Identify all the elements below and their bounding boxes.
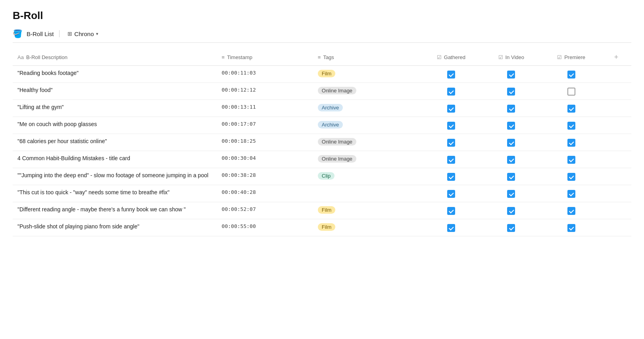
cell-description: ""Jumping into the deep end" - slow mo f… — [13, 168, 217, 185]
cell-premiere[interactable] — [541, 202, 601, 219]
cell-gathered[interactable] — [421, 151, 481, 168]
cell-gathered[interactable] — [421, 168, 481, 185]
tag-badge: Film — [318, 223, 336, 231]
checkbox-premiere[interactable] — [567, 139, 575, 147]
cell-add — [601, 66, 631, 83]
cell-description: 4 Common Habit-Building Mistakes - title… — [13, 151, 217, 168]
tag-badge: Film — [318, 70, 336, 77]
cell-invideo[interactable] — [481, 185, 541, 202]
cell-add — [601, 168, 631, 185]
checkbox-premiere[interactable] — [567, 88, 575, 96]
checkbox-premiere[interactable] — [567, 190, 575, 198]
cell-invideo[interactable] — [481, 117, 541, 134]
cell-gathered[interactable] — [421, 202, 481, 219]
view-selector-button[interactable]: ⊞ Chrono ▾ — [65, 29, 100, 38]
checkbox-premiere[interactable] — [567, 207, 575, 215]
checkbox-invideo[interactable] — [507, 105, 515, 113]
cell-premiere[interactable] — [541, 83, 601, 100]
checkbox-gathered[interactable] — [447, 122, 455, 130]
table-wrapper: Aa B-Roll Description ≡ Timestamp ≡ — [13, 49, 631, 236]
checkbox-invideo[interactable] — [507, 190, 515, 198]
broll-icon: 🪣 — [13, 29, 23, 38]
checkbox-gathered[interactable] — [447, 71, 455, 79]
col-header-timestamp: ≡ Timestamp — [217, 49, 313, 66]
cell-invideo[interactable] — [481, 219, 541, 236]
checkbox-premiere[interactable] — [567, 105, 575, 113]
table-row: "68 calories per hour statistic online"0… — [13, 134, 631, 151]
checkbox-premiere[interactable] — [567, 224, 575, 232]
checkbox-invideo[interactable] — [507, 224, 515, 232]
col-header-description: Aa B-Roll Description — [13, 49, 217, 66]
cell-invideo[interactable] — [481, 100, 541, 117]
cell-description: "Different reading angle - maybe there's… — [13, 202, 217, 219]
cell-premiere[interactable] — [541, 100, 601, 117]
checkbox-premiere[interactable] — [567, 122, 575, 130]
checkbox-gathered[interactable] — [447, 139, 455, 147]
cell-gathered[interactable] — [421, 185, 481, 202]
tags-col-label: Tags — [323, 54, 334, 60]
cell-gathered[interactable] — [421, 100, 481, 117]
checkbox-gathered[interactable] — [447, 207, 455, 215]
checkbox-invideo[interactable] — [507, 88, 515, 96]
checkbox-gathered[interactable] — [447, 156, 455, 164]
cell-premiere[interactable] — [541, 219, 601, 236]
cell-tags: Film — [313, 66, 421, 83]
checkbox-invideo[interactable] — [507, 139, 515, 147]
checkbox-gathered[interactable] — [447, 88, 455, 96]
cell-gathered[interactable] — [421, 66, 481, 83]
cell-premiere[interactable] — [541, 151, 601, 168]
tags-col-icon: ≡ — [318, 54, 321, 60]
cell-invideo[interactable] — [481, 83, 541, 100]
checkbox-invideo[interactable] — [507, 207, 515, 215]
table-row: "Reading books footage"00:00:11:03Film — [13, 66, 631, 83]
cell-timestamp: 00:00:40:28 — [217, 185, 313, 202]
cell-premiere[interactable] — [541, 185, 601, 202]
table-row: 4 Common Habit-Building Mistakes - title… — [13, 151, 631, 168]
checkbox-invideo[interactable] — [507, 156, 515, 164]
checkbox-gathered[interactable] — [447, 224, 455, 232]
grid-icon: ⊞ — [67, 31, 72, 37]
cell-timestamp: 00:00:18:25 — [217, 134, 313, 151]
checkbox-invideo[interactable] — [507, 173, 515, 181]
cell-premiere[interactable] — [541, 66, 601, 83]
cell-gathered[interactable] — [421, 117, 481, 134]
checkbox-gathered[interactable] — [447, 105, 455, 113]
cell-invideo[interactable] — [481, 168, 541, 185]
col-header-invideo: ☑ In Video — [481, 49, 541, 66]
cell-tags: Online Image — [313, 134, 421, 151]
cell-tags: Archive — [313, 117, 421, 134]
checkbox-premiere[interactable] — [567, 156, 575, 164]
list-label: B-Roll List — [27, 31, 54, 37]
cell-gathered[interactable] — [421, 134, 481, 151]
cell-gathered[interactable] — [421, 83, 481, 100]
checkbox-gathered[interactable] — [447, 173, 455, 181]
checkbox-premiere[interactable] — [567, 173, 575, 181]
tag-badge: Online Image — [318, 138, 356, 146]
cell-description: "Reading books footage" — [13, 66, 217, 83]
checkbox-invideo[interactable] — [507, 71, 515, 79]
checkbox-gathered[interactable] — [447, 190, 455, 198]
cell-tags: Online Image — [313, 151, 421, 168]
cell-gathered[interactable] — [421, 219, 481, 236]
cell-invideo[interactable] — [481, 134, 541, 151]
table-row: "Push-slide shot of playing piano from s… — [13, 219, 631, 236]
cell-tags: Clip — [313, 168, 421, 185]
add-column-button[interactable]: + — [613, 53, 620, 61]
cell-invideo[interactable] — [481, 66, 541, 83]
cell-premiere[interactable] — [541, 117, 601, 134]
cell-premiere[interactable] — [541, 134, 601, 151]
checkbox-invideo[interactable] — [507, 122, 515, 130]
cell-add — [601, 219, 631, 236]
checkbox-premiere[interactable] — [567, 71, 575, 79]
cell-add — [601, 151, 631, 168]
invideo-col-icon: ☑ — [498, 54, 503, 60]
invideo-col-label: In Video — [506, 54, 524, 60]
cell-invideo[interactable] — [481, 202, 541, 219]
cell-premiere[interactable] — [541, 168, 601, 185]
cell-timestamp: 00:00:13:11 — [217, 100, 313, 117]
cell-timestamp: 00:00:11:03 — [217, 66, 313, 83]
table-row: "This cut is too quick - "way" needs som… — [13, 185, 631, 202]
cell-invideo[interactable] — [481, 151, 541, 168]
tag-badge: Archive — [318, 121, 343, 128]
broll-table: Aa B-Roll Description ≡ Timestamp ≡ — [13, 49, 631, 236]
